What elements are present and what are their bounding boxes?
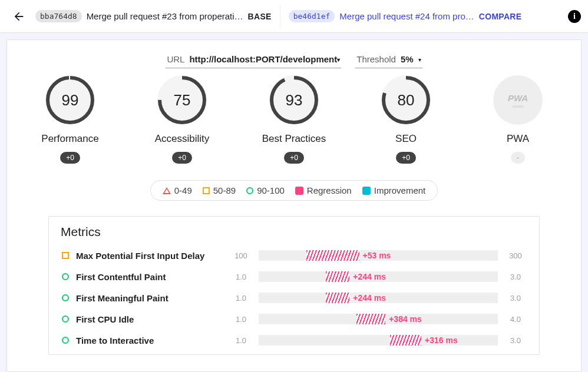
metric-min: 100 — [229, 251, 253, 260]
metric-bar: +316 ms — [259, 335, 498, 346]
gauge-score: 99 — [45, 75, 95, 125]
info-icon[interactable]: i — [568, 10, 581, 23]
gauge-label: Performance — [41, 133, 98, 145]
metric-min: 1.0 — [229, 294, 253, 303]
metric-name: Max Potential First Input Delay — [76, 251, 223, 261]
base-commit-message: Merge pull request #23 from properati… — [87, 11, 243, 21]
metrics-card: Metrics Max Potential First Input Delay … — [48, 216, 540, 355]
legend-warn: 50-89 — [203, 185, 236, 195]
metric-name: First CPU Idle — [76, 314, 223, 324]
pwa-icon: PWA — [493, 75, 543, 125]
threshold-label: Threshold — [356, 54, 396, 64]
gauge-label: PWA — [507, 133, 529, 145]
gauge-delta: +0 — [396, 152, 416, 164]
metric-delta: +316 ms — [421, 335, 458, 346]
metric-name: Time to Interactive — [76, 336, 223, 346]
metric-bar: +244 ms — [259, 271, 498, 282]
metric-name: First Meaningful Paint — [76, 293, 223, 303]
compare-hash: be46d1ef — [289, 10, 335, 22]
chevron-down-icon: ▾ — [337, 57, 340, 63]
gauge-best-practices[interactable]: 93 Best Practices +0 — [256, 75, 332, 164]
metric-bar: +384 ms — [259, 314, 498, 324]
metrics-list: Max Potential First Input Delay 100 +53 … — [61, 245, 527, 351]
threshold-selector[interactable]: Threshold 5% ▾ — [355, 51, 422, 68]
metric-max: 3.0 — [504, 294, 527, 303]
arrow-left-icon — [12, 10, 25, 23]
topbar: bba764d8 Merge pull request #23 from pro… — [0, 0, 588, 33]
legend: 0-49 50-89 90-100 Regression Improvement — [150, 180, 438, 201]
gauge-seo[interactable]: 80 SEO +0 — [368, 75, 444, 164]
base-tag: BASE — [248, 12, 272, 21]
gauge-delta: +0 — [172, 152, 192, 164]
gauge-score: 75 — [157, 75, 207, 125]
metric-row[interactable]: First CPU Idle 1.0 +384 ms 4.0 — [61, 308, 527, 330]
gauge-performance[interactable]: 99 Performance +0 — [32, 75, 108, 164]
chevron-down-icon: ▾ — [418, 57, 421, 63]
gauge-delta: - — [511, 152, 525, 164]
back-button[interactable] — [7, 5, 31, 28]
gauge-score: 93 — [269, 75, 319, 125]
selectors: URL http://localhost:PORT/development▾ T… — [7, 51, 581, 68]
metric-delta: +384 ms — [385, 314, 422, 324]
gauge-label: Best Practices — [262, 133, 326, 145]
metric-bar: +53 ms — [259, 250, 498, 261]
metric-bar: +244 ms — [259, 293, 498, 303]
metric-delta: +53 ms — [359, 250, 391, 261]
url-label: URL — [167, 54, 184, 64]
metric-delta: +244 ms — [349, 271, 386, 282]
metric-min: 1.0 — [229, 315, 253, 324]
gauge-ring: 99 — [45, 75, 95, 125]
gauge-ring: 93 — [269, 75, 319, 125]
square-icon — [203, 187, 210, 194]
metric-row[interactable]: First Meaningful Paint 1.0 +244 ms 3.0 — [61, 287, 527, 308]
circle-icon — [62, 294, 69, 301]
compare-tag: COMPARE — [479, 12, 522, 21]
gauge-delta: +0 — [60, 152, 80, 164]
main-panel: URL http://localhost:PORT/development▾ T… — [6, 39, 582, 372]
metric-delta: +244 ms — [349, 293, 386, 303]
base-hash: bba764d8 — [35, 10, 82, 22]
circle-icon — [62, 273, 69, 280]
legend-fail: 0-49 — [163, 185, 192, 195]
divider — [280, 6, 280, 27]
circle-icon — [246, 187, 253, 194]
gauge-ring: 75 — [157, 75, 207, 125]
legend-regression: Regression — [295, 185, 352, 195]
metrics-title: Metrics — [61, 225, 527, 239]
metric-row[interactable]: Time to Interactive 1.0 +316 ms 3.0 — [61, 330, 527, 351]
gauge-ring: 80 — [381, 75, 431, 125]
compare-commit[interactable]: be46d1ef Merge pull request #24 from pro… — [289, 10, 522, 22]
gauge-delta: +0 — [284, 152, 304, 164]
regression-swatch — [295, 187, 303, 195]
legend-row: 0-49 50-89 90-100 Regression Improvement — [7, 180, 581, 201]
gauge-accessibility[interactable]: 75 Accessibility +0 — [144, 75, 220, 164]
metric-max: 3.0 — [504, 273, 527, 281]
metric-row[interactable]: Max Potential First Input Delay 100 +53 … — [61, 245, 527, 266]
metric-max: 3.0 — [504, 336, 527, 345]
metric-min: 1.0 — [229, 336, 253, 345]
gauge-pwa[interactable]: PWA PWA - — [480, 75, 556, 164]
legend-pass: 90-100 — [246, 185, 285, 195]
square-icon — [62, 252, 69, 259]
base-commit[interactable]: bba764d8 Merge pull request #23 from pro… — [35, 10, 272, 22]
gauge-score: 80 — [381, 75, 431, 125]
threshold-value: 5% — [401, 54, 414, 64]
url-value: http://localhost:PORT/development▾ — [189, 54, 340, 64]
circle-icon — [62, 315, 69, 323]
gauge-label: Accessibility — [155, 133, 210, 145]
metric-min: 1.0 — [229, 273, 253, 281]
circle-icon — [62, 337, 69, 344]
metric-row[interactable]: First Contentful Paint 1.0 +244 ms 3.0 — [61, 266, 527, 287]
improvement-swatch — [362, 187, 371, 195]
triangle-icon — [163, 187, 171, 194]
metric-max: 300 — [504, 251, 527, 260]
compare-commit-message: Merge pull request #24 from pro… — [339, 11, 474, 21]
gauge-label: SEO — [395, 133, 417, 145]
metric-max: 4.0 — [504, 315, 527, 324]
metric-name: First Contentful Paint — [76, 272, 223, 282]
legend-improvement: Improvement — [362, 185, 426, 195]
url-selector[interactable]: URL http://localhost:PORT/development▾ — [166, 51, 341, 68]
gauges-row: 99 Performance +0 75 Accessibility +0 93… — [7, 75, 581, 164]
